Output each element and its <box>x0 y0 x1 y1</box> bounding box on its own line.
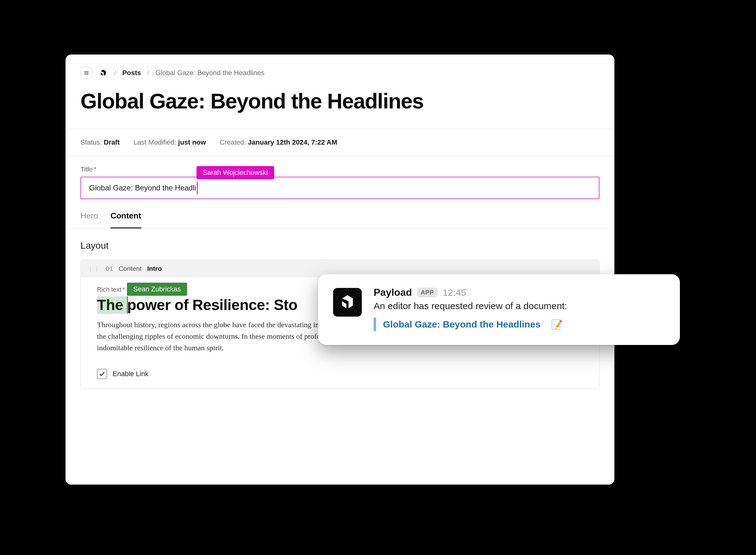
meta-modified: Last Modified: just now <box>133 138 206 146</box>
meta-status-label: Status: <box>80 138 102 146</box>
collaborator-cursor-label: Sean Zubrickas <box>127 283 187 296</box>
enable-link-label: Enable Link <box>113 370 149 378</box>
breadcrumb-separator: / <box>114 69 116 77</box>
cms-editor-panel: / Posts / Global Gaze: Beyond the Headli… <box>66 54 614 484</box>
notification-toast[interactable]: Payload APP 12:45 An editor has requeste… <box>318 274 680 345</box>
required-asterisk: * <box>94 166 96 173</box>
breadcrumb-posts[interactable]: Posts <box>122 69 141 77</box>
toast-document-link[interactable]: Global Gaze: Beyond the Headlines <box>383 319 541 330</box>
meta-created: Created: January 12th 2024, 7:22 AM <box>220 138 337 146</box>
meta-status: Status: Draft <box>80 138 120 146</box>
toast-time: 12:45 <box>443 287 466 298</box>
check-icon <box>99 371 105 377</box>
form-area: Title * Global Gaze: Beyond the Headli S… <box>66 156 614 199</box>
toast-header: Payload APP 12:45 <box>374 287 665 298</box>
enable-link-row: Enable Link <box>97 369 583 379</box>
logo-home-link[interactable] <box>98 68 108 78</box>
toast-app-badge: APP <box>417 288 438 297</box>
meta-created-label: Created: <box>220 138 246 146</box>
block-name: Intro <box>147 265 162 272</box>
toast-link-row: Global Gaze: Beyond the Headlines 📝 <box>374 317 665 331</box>
hamburger-icon <box>83 70 89 76</box>
block-index: 01 <box>106 265 113 272</box>
tab-hero[interactable]: Hero <box>80 211 98 228</box>
meta-modified-label: Last Modified: <box>133 138 176 146</box>
richtext-heading-wrap[interactable]: Sean Zubrickas The power of Resilience: … <box>97 296 297 313</box>
richtext-label-text: Rich text <box>97 286 121 293</box>
meta-status-value: Draft <box>104 138 120 146</box>
meta-created-value: January 12th 2024, 7:22 AM <box>248 138 337 146</box>
tabs: Hero Content <box>66 199 614 228</box>
title-input[interactable]: Global Gaze: Beyond the Headli Sarah Woj… <box>80 177 599 199</box>
tab-content[interactable]: Content <box>110 211 141 228</box>
page-title: Global Gaze: Beyond the Headlines <box>66 89 614 129</box>
document-meta: Status: Draft Last Modified: just now Cr… <box>66 129 614 156</box>
breadcrumb-separator: / <box>147 69 149 77</box>
layout-section-heading: Layout <box>66 228 614 260</box>
toast-app-name: Payload <box>374 287 412 298</box>
block-type: Content <box>119 265 142 272</box>
toast-message: An editor has requested review of a docu… <box>374 301 665 311</box>
title-label-text: Title <box>80 166 93 173</box>
payload-logo-icon <box>339 294 356 311</box>
quote-bar <box>374 317 376 331</box>
breadcrumb-current: Global Gaze: Beyond the Headlines <box>155 69 265 77</box>
toast-app-icon <box>333 288 362 316</box>
toast-body: Payload APP 12:45 An editor has requeste… <box>374 287 665 331</box>
drag-handle-icon[interactable]: ⋮⋮ <box>88 265 100 272</box>
meta-modified-value: just now <box>178 138 206 146</box>
title-field-label: Title * <box>80 166 599 173</box>
collaborator-cursor-label: Sarah Wojciechowski <box>197 166 274 179</box>
collaborator-cursor <box>127 296 128 314</box>
menu-button[interactable] <box>80 67 92 79</box>
enable-link-checkbox[interactable] <box>97 369 107 379</box>
text-cursor <box>197 182 198 194</box>
required-asterisk: * <box>123 286 125 293</box>
top-bar: / Posts / Global Gaze: Beyond the Headli… <box>66 67 614 89</box>
title-input-value: Global Gaze: Beyond the Headli <box>89 183 196 192</box>
payload-logo-icon <box>99 69 107 77</box>
memo-icon: 📝 <box>551 319 563 330</box>
